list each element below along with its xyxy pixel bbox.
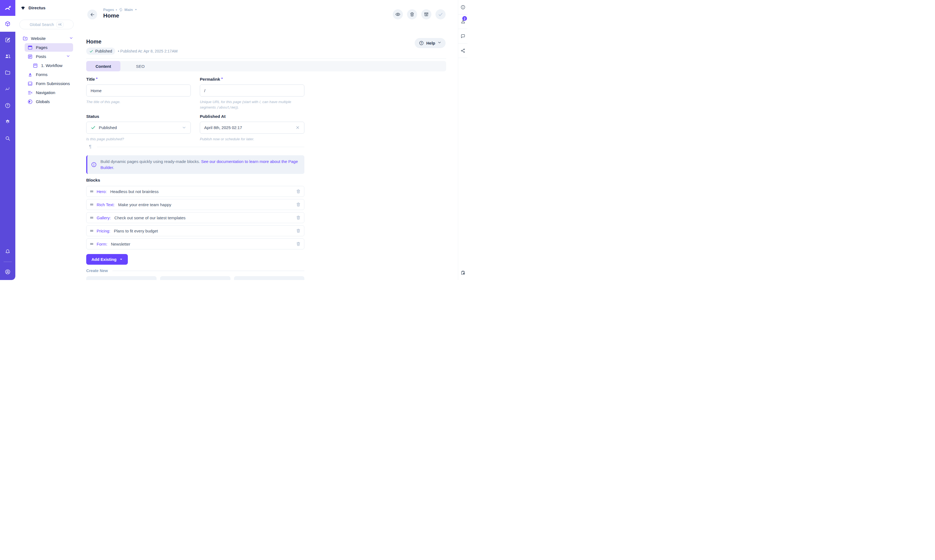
- module-insights[interactable]: [0, 81, 15, 97]
- drag-handle-icon[interactable]: [89, 242, 94, 246]
- item-title: Home: [86, 38, 102, 45]
- delete-block-icon[interactable]: [296, 202, 301, 207]
- article-icon: [27, 54, 33, 59]
- delete-block-icon[interactable]: [296, 242, 301, 246]
- comments-panel-button[interactable]: [458, 29, 468, 43]
- block-type[interactable]: Pricing:: [97, 229, 110, 233]
- archive-button[interactable]: [421, 9, 431, 19]
- block-title[interactable]: Make your entire team happy: [118, 202, 171, 207]
- right-sidebar: 2: [458, 0, 468, 280]
- module-editor[interactable]: [0, 32, 15, 48]
- sidebar-item-forms[interactable]: Forms: [25, 70, 73, 79]
- module-content[interactable]: [0, 16, 15, 32]
- info-panel-button[interactable]: [458, 0, 468, 14]
- check-icon: [91, 125, 96, 130]
- block-title[interactable]: Headless but not brainless: [110, 189, 159, 194]
- caret-down-icon: [134, 8, 137, 11]
- breadcrumb-version[interactable]: Main: [125, 8, 133, 12]
- permalink-input[interactable]: /: [200, 85, 304, 97]
- field-status-note: Is this page published?: [86, 137, 191, 142]
- shares-panel-button[interactable]: [458, 43, 468, 58]
- module-files[interactable]: [0, 65, 15, 81]
- account-button[interactable]: [0, 264, 15, 280]
- block-title[interactable]: Check out some of our latest templates: [114, 215, 185, 220]
- delete-block-icon[interactable]: [296, 228, 301, 233]
- sidebar-item-workflow[interactable]: 1. Workflow: [25, 61, 73, 70]
- block-type[interactable]: Form:: [97, 242, 107, 246]
- sidebar-item-globals[interactable]: Globals: [25, 97, 73, 106]
- create-new-card[interactable]: [234, 276, 304, 280]
- module-settings[interactable]: [0, 114, 15, 130]
- status-row: Published • Published At: Apr 8, 2025 2:…: [86, 48, 177, 55]
- create-new-card[interactable]: [86, 276, 157, 280]
- drag-handle-icon[interactable]: [89, 189, 94, 194]
- save-button[interactable]: [435, 9, 446, 19]
- status-badge: Published: [86, 48, 115, 55]
- sidebar-item-website[interactable]: Website: [22, 34, 78, 43]
- block-type[interactable]: Gallery:: [97, 215, 111, 220]
- trash-icon: [409, 12, 415, 17]
- chevron-down-icon[interactable]: [69, 36, 73, 41]
- block-title[interactable]: Newsletter: [111, 242, 130, 246]
- main-content: Pages • Main Home Home Published • Publi…: [78, 0, 458, 280]
- sidebar-item-posts[interactable]: Posts: [25, 52, 73, 61]
- delete-block-icon[interactable]: [296, 215, 301, 220]
- module-bar: [0, 0, 15, 280]
- status-select[interactable]: Published: [86, 122, 191, 134]
- delete-block-icon[interactable]: [296, 189, 301, 194]
- revisions-count-badge: 2: [462, 16, 467, 21]
- sidebar-item-form-submissions[interactable]: Form Submissions: [25, 79, 73, 88]
- field-published-at: Published At April 8th, 2025 02:17 Publi…: [200, 114, 304, 142]
- add-existing-button[interactable]: Add Existing: [86, 254, 128, 265]
- info-banner: Build dynamic pages quickly using ready-…: [86, 155, 304, 174]
- clear-icon[interactable]: [295, 125, 300, 130]
- block-title[interactable]: Plans to fit every budget: [114, 229, 158, 233]
- title-input[interactable]: Home: [86, 85, 191, 97]
- help-circle-icon: [419, 40, 424, 46]
- breadcrumb-collection[interactable]: Pages: [103, 8, 114, 12]
- block-row[interactable]: Rich Text: Make your entire team happy: [86, 199, 304, 210]
- page-form: Title★ Home The title of this page. Perm…: [86, 77, 304, 142]
- global-search-input[interactable]: Global Search ⌘K: [19, 20, 74, 29]
- comment-icon: [460, 34, 466, 39]
- module-help[interactable]: [0, 97, 15, 114]
- preview-button[interactable]: [393, 9, 403, 19]
- drag-handle-icon[interactable]: [89, 202, 94, 207]
- module-user-directory[interactable]: [0, 48, 15, 65]
- sidebar-item-label: Forms: [36, 72, 48, 77]
- published-meta: • Published At: Apr 8, 2025 2:17AM: [118, 49, 177, 53]
- breadcrumb[interactable]: Pages • Main: [103, 8, 137, 12]
- notifications-button[interactable]: [0, 244, 15, 260]
- delete-button[interactable]: [407, 9, 417, 19]
- block-row[interactable]: Gallery: Check out some of our latest te…: [86, 212, 304, 223]
- chevron-down-icon[interactable]: [66, 54, 70, 59]
- drag-handle-icon[interactable]: [89, 229, 94, 233]
- block-row[interactable]: Hero: Headless but not brainless: [86, 186, 304, 197]
- create-new-cards: [86, 276, 304, 280]
- globe-icon: [27, 99, 33, 105]
- published-at-input[interactable]: April 8th, 2025 02:17: [200, 122, 304, 134]
- share-icon: [460, 48, 466, 53]
- module-search[interactable]: [0, 130, 15, 146]
- create-new-card[interactable]: [160, 276, 230, 280]
- block-type[interactable]: Rich Text:: [97, 202, 115, 207]
- help-button[interactable]: Help: [415, 38, 446, 48]
- drag-handle-icon[interactable]: [89, 215, 94, 220]
- arrow-back-icon: [90, 12, 95, 17]
- tab-seo[interactable]: SEO: [120, 61, 160, 71]
- version-icon: [119, 8, 123, 12]
- block-type[interactable]: Hero:: [97, 189, 107, 194]
- create-new-label: Create New: [86, 269, 108, 273]
- back-button[interactable]: [87, 9, 97, 19]
- directus-logo[interactable]: [0, 0, 15, 16]
- sidebar-item-navigation[interactable]: Navigation: [25, 88, 73, 97]
- tab-content[interactable]: Content: [86, 61, 120, 71]
- sidebar-item-pages[interactable]: Pages: [25, 43, 73, 52]
- chevron-down-icon: [437, 40, 441, 46]
- status-select-value: Published: [99, 125, 117, 130]
- block-row[interactable]: Form: Newsletter: [86, 238, 304, 249]
- chevron-down-icon[interactable]: [182, 125, 187, 130]
- tasks-panel-button[interactable]: [458, 266, 468, 280]
- block-row[interactable]: Pricing: Plans to fit every budget: [86, 225, 304, 236]
- revisions-panel-button[interactable]: 2: [458, 14, 468, 29]
